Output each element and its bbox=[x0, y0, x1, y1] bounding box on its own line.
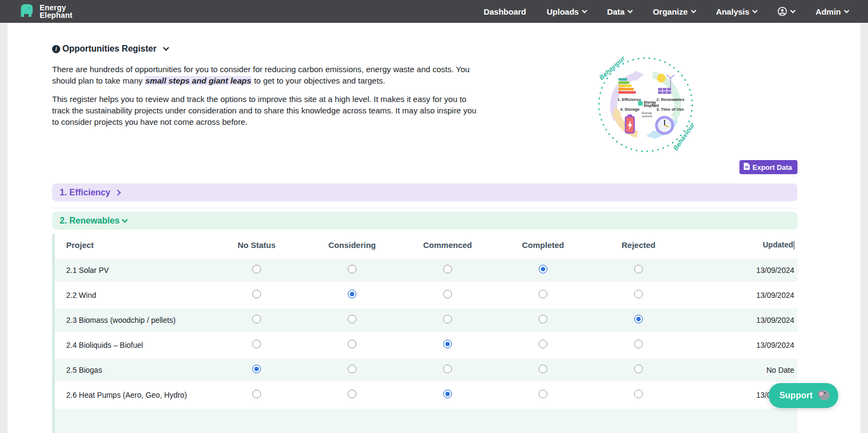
quadrant-label: 4. Storage bbox=[620, 107, 640, 112]
project-label: 2.3 Biomass (woodchip / pellets) bbox=[55, 316, 209, 324]
info-icon: i bbox=[52, 45, 60, 53]
status-cell bbox=[304, 365, 400, 375]
project-label: 2.6 Heat Pumps (Aero, Geo, Hydro) bbox=[55, 391, 209, 399]
radio-commenced[interactable] bbox=[443, 315, 452, 323]
radio-no-status[interactable] bbox=[252, 265, 261, 273]
nav-menu: Dashboard Uploads Data bbox=[483, 7, 848, 16]
radio-rejected[interactable] bbox=[634, 365, 643, 373]
radio-no-status[interactable] bbox=[252, 315, 261, 323]
radio-completed[interactable] bbox=[539, 340, 547, 348]
status-cell bbox=[209, 365, 304, 375]
table-header-row: Project No Status Considering Commenced … bbox=[55, 234, 797, 256]
radio-commenced[interactable] bbox=[443, 340, 452, 348]
radio-rejected[interactable] bbox=[634, 390, 643, 398]
radio-completed[interactable] bbox=[539, 365, 547, 373]
radio-no-status[interactable] bbox=[252, 290, 261, 298]
status-cell bbox=[209, 315, 304, 326]
radio-considering[interactable] bbox=[348, 390, 356, 398]
table-row: 2.3 Biomass (woodchip / pellets) 13/09/2… bbox=[55, 309, 797, 332]
radio-considering[interactable] bbox=[348, 290, 356, 298]
radio-considering[interactable] bbox=[348, 340, 356, 348]
radio-considering[interactable] bbox=[348, 265, 356, 273]
updated-value: 13/09/2024 bbox=[686, 341, 797, 349]
status-cell bbox=[591, 365, 686, 375]
radio-considering[interactable] bbox=[348, 365, 356, 373]
status-cell bbox=[495, 365, 591, 375]
table-row: 2.5 Biogas No Date bbox=[55, 359, 797, 381]
svg-text:Elephant: Elephant bbox=[644, 104, 659, 108]
section-header-renewables[interactable]: 2. Renewables bbox=[52, 212, 797, 230]
section-label: 1. Efficiency bbox=[60, 188, 110, 198]
status-cell bbox=[400, 390, 495, 400]
brand-name: EnergyElephant bbox=[40, 4, 73, 20]
nav-item-label: Analysis bbox=[716, 7, 750, 16]
status-cell bbox=[304, 390, 400, 400]
radio-completed[interactable] bbox=[539, 290, 547, 298]
status-cell bbox=[495, 290, 591, 301]
table-row: 2.6 Heat Pumps (Aero, Geo, Hydro) 13/09/… bbox=[55, 384, 797, 406]
quadrant-label: 3. Time of Use bbox=[656, 107, 684, 112]
chevron-down-icon[interactable] bbox=[163, 44, 169, 50]
elephant-icon bbox=[18, 2, 35, 21]
battery-icon bbox=[626, 114, 634, 133]
status-cell bbox=[209, 290, 304, 301]
nav-item-label: Admin bbox=[815, 7, 841, 16]
radio-completed[interactable] bbox=[539, 390, 547, 398]
radio-no-status[interactable] bbox=[252, 390, 261, 398]
radio-no-status[interactable] bbox=[252, 340, 261, 348]
export-data-button[interactable]: Export Data bbox=[739, 160, 797, 174]
radio-rejected[interactable] bbox=[634, 290, 643, 298]
nav-item-uploads[interactable]: Uploads bbox=[547, 7, 586, 16]
status-cell bbox=[400, 290, 495, 301]
table-row: 2.1 Solar PV 13/09/2024 bbox=[55, 259, 797, 282]
nav-item-analysis[interactable]: Analysis bbox=[716, 7, 757, 16]
nav-item-dashboard[interactable]: Dashboard bbox=[483, 7, 526, 16]
radio-rejected[interactable] bbox=[634, 340, 643, 348]
status-cell bbox=[495, 340, 591, 351]
user-circle-icon bbox=[777, 7, 787, 16]
table-row: 2.4 Bioliquids – Biofuel 13/09/2024 bbox=[55, 334, 797, 356]
radio-commenced[interactable] bbox=[443, 390, 452, 398]
radio-commenced[interactable] bbox=[443, 290, 452, 298]
nav-item-user-menu[interactable] bbox=[777, 7, 795, 16]
updated-value: 13/09/2024 bbox=[686, 291, 797, 300]
table-row: 2.2 Wind 13/09/2024 bbox=[55, 284, 797, 307]
radio-commenced[interactable] bbox=[443, 365, 452, 373]
text-caret bbox=[794, 241, 794, 250]
highlighted-phrase: small steps and giant leaps bbox=[145, 76, 252, 85]
quadrant-label: 1. Efficiency bbox=[617, 97, 642, 102]
status-cell bbox=[591, 340, 686, 351]
radio-commenced[interactable] bbox=[443, 265, 452, 273]
nav-item-data[interactable]: Data bbox=[607, 7, 633, 16]
nav-item-organize[interactable]: Organize bbox=[653, 7, 695, 16]
brand-logo[interactable]: EnergyElephant bbox=[18, 2, 73, 21]
updated-value: No Date bbox=[686, 366, 797, 374]
status-cell bbox=[591, 390, 686, 400]
radio-completed[interactable] bbox=[539, 265, 547, 273]
project-label: 2.1 Solar PV bbox=[55, 266, 209, 275]
radio-considering[interactable] bbox=[348, 315, 356, 323]
status-cell bbox=[591, 265, 686, 276]
chevron-right-icon bbox=[115, 189, 121, 195]
radio-no-status[interactable] bbox=[252, 365, 261, 373]
project-label: 2.4 Bioliquids – Biofuel bbox=[55, 341, 209, 349]
radio-rejected[interactable] bbox=[634, 265, 643, 273]
nav-item-label: Uploads bbox=[547, 7, 579, 16]
arrowhead bbox=[634, 71, 644, 81]
intro-paragraph-1: There are hundreds of opportunities for … bbox=[52, 64, 481, 86]
quadrant-label: 2. Renewables bbox=[656, 97, 685, 102]
nav-item-admin[interactable]: Admin bbox=[815, 7, 848, 16]
table-row bbox=[55, 409, 797, 433]
section-label: 2. Renewables bbox=[60, 216, 119, 226]
section-header-efficiency[interactable]: 1. Efficiency bbox=[52, 183, 797, 201]
status-cell bbox=[304, 290, 400, 301]
clock-icon bbox=[656, 117, 673, 133]
nav-item-label: Dashboard bbox=[483, 7, 526, 16]
intro-text: There are hundreds of opportunities for … bbox=[52, 64, 481, 128]
support-button[interactable]: Support bbox=[769, 383, 838, 408]
status-cell bbox=[400, 365, 495, 375]
renewables-table: Project No Status Considering Commenced … bbox=[52, 234, 797, 433]
radio-rejected[interactable] bbox=[634, 315, 643, 323]
status-cell bbox=[209, 340, 304, 351]
radio-completed[interactable] bbox=[539, 315, 547, 323]
